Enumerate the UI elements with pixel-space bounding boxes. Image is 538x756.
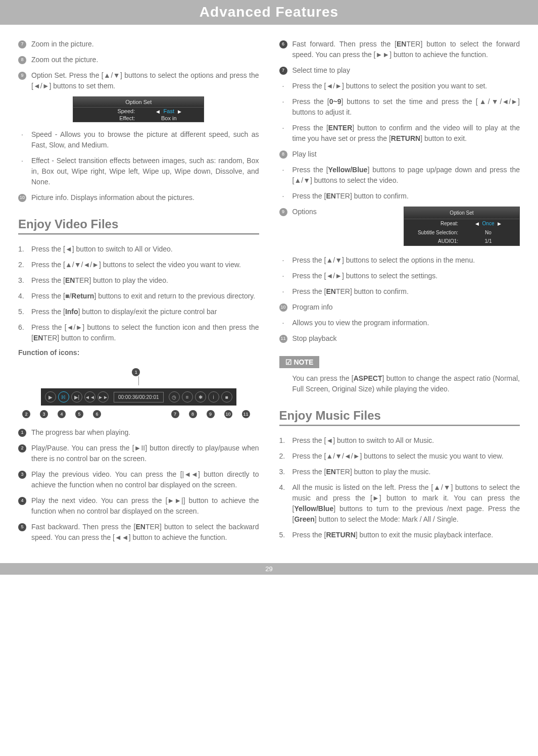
option-row[interactable]: Speed: ◀ Fast ▶	[73, 108, 204, 115]
dot-icon: ·	[279, 81, 287, 91]
chevron-left-icon[interactable]: ◀	[473, 221, 481, 226]
option-set-picture: Option Set Speed: ◀ Fast ▶ Effect: Box i…	[73, 96, 204, 122]
option-row[interactable]: AUDIO1: 1/1	[404, 237, 519, 245]
badge-cb-1: 1	[132, 368, 140, 376]
section-rule	[18, 233, 259, 235]
number-badge: 5	[18, 523, 26, 531]
option-value: 1/1	[465, 237, 511, 245]
item-text: Press the [0~9] buttons to set the time …	[292, 96, 520, 118]
content-columns: 7 Zoom in the picture. 8 Zoom out the pi…	[0, 39, 538, 563]
section-heading-music: Enjoy Music Files	[279, 409, 520, 423]
item-text: Press the [ENTER] button to confirm.	[292, 191, 520, 201]
item-text: Press the [Info] button to display/exit …	[31, 307, 259, 317]
list-item: 2. Press the [▲/▼/◄/►] buttons to select…	[279, 451, 520, 462]
ffwd-icon[interactable]: ►►	[97, 391, 109, 402]
play-icon[interactable]: ▶	[45, 391, 56, 402]
item-text: Zoom in the picture.	[31, 39, 259, 49]
stop-icon[interactable]: ■	[221, 391, 232, 402]
dot-icon: ·	[18, 129, 26, 140]
header-underline	[0, 23, 538, 25]
item-text: You can press the [ASPECT] button to cha…	[292, 373, 520, 394]
list-number: 5.	[18, 307, 28, 317]
dot-icon: ·	[279, 255, 287, 266]
next-icon[interactable]: ▶|	[71, 391, 82, 402]
number-badge: 5	[75, 410, 83, 418]
gear-icon[interactable]: ✱	[195, 391, 206, 402]
icon-item: 4 Play the next video. You can press the…	[18, 495, 259, 517]
list-number: 1.	[279, 435, 289, 446]
dot-icon: ·	[279, 191, 287, 201]
note-label: NOTE	[279, 356, 320, 368]
chevron-right-icon[interactable]: ▶	[496, 221, 503, 226]
badge-11: 11	[279, 335, 287, 343]
dot-icon: ·	[279, 165, 287, 175]
number-badge: 7	[171, 410, 179, 418]
icon-item: 6 Fast forward. Then press the [ENTER] b…	[279, 39, 520, 60]
list-item: 5. Press the [Info] button to display/ex…	[18, 307, 259, 317]
option-row[interactable]: Effect: Box in	[73, 115, 204, 122]
page-header: Advanced Features	[0, 0, 538, 23]
item-text: Press the [◄/►] buttons to select the fu…	[31, 322, 259, 343]
function-of-icons-label: Function of icons:	[18, 348, 259, 357]
icon-item-8: 8 Play list	[279, 149, 520, 160]
option-set-video: Option Set Repeat: ◀ Once ▶ Subtitle Sel…	[404, 207, 520, 246]
item-text: Play the next video. You can press the […	[31, 495, 259, 517]
dot-icon: ·	[279, 318, 287, 328]
number-badge: 3	[18, 471, 26, 479]
item-text: Press the [◄/►] buttons to select the po…	[292, 81, 520, 91]
item-text: All the music is listed on the left. Pre…	[292, 482, 520, 525]
option-row[interactable]: Repeat: ◀ Once ▶	[404, 219, 519, 228]
icon-item: 3 Play the previous video. You can press…	[18, 469, 259, 490]
list-item: 3. Press the [ENTER] button to play the …	[18, 275, 259, 286]
item-text: Picture info. Displays information about…	[31, 192, 259, 203]
option-set-title: Option Set	[404, 207, 519, 219]
list-number: 6.	[18, 322, 28, 333]
number-badge: 2	[22, 410, 30, 418]
rewind-icon[interactable]: ◄◄	[84, 391, 95, 402]
list-number: 4.	[18, 291, 28, 301]
item-text: Program info	[292, 302, 520, 313]
icon-item: 8 Zoom out the picture.	[18, 55, 259, 65]
section-heading-video: Enjoy Video Files	[18, 217, 259, 231]
number-badge: 1	[18, 429, 26, 437]
item-text: Press the [RETURN] button to exit the mu…	[292, 530, 520, 540]
option-label: Subtitle Selection:	[412, 229, 465, 236]
item-text: Speed - Allows you to browse the picture…	[31, 129, 259, 150]
list-number: 2.	[18, 260, 28, 270]
number-badge: 10	[224, 410, 232, 418]
bullet-item: · Press the [▲/▼] buttons to select the …	[279, 255, 520, 266]
chevron-left-icon[interactable]: ◀	[154, 109, 162, 114]
option-row[interactable]: Subtitle Selection: No	[404, 228, 519, 237]
item-text: Press the [▲/▼/◄/►] buttons to select th…	[292, 451, 520, 462]
item-text: Allows you to view the program informati…	[292, 318, 520, 328]
number-badge: 8	[18, 56, 26, 64]
dot-icon: ·	[279, 96, 287, 107]
section-rule	[279, 425, 520, 426]
info-icon[interactable]: i	[208, 391, 219, 402]
item-text: Zoom out the picture.	[31, 55, 259, 65]
bullet-item: · Allows you to view the program informa…	[279, 318, 520, 328]
right-column: 6 Fast forward. Then press the [ENTER] b…	[279, 39, 520, 548]
prev-icon[interactable]: ℍ	[58, 391, 69, 402]
icon-item: 9 Option Set. Press the [▲/▼] buttons to…	[18, 70, 259, 91]
option-value: ◀ Fast ▶	[142, 108, 195, 114]
item-text: Press the [ENTER] button to confirm.	[292, 286, 520, 297]
item-text: Press the [◄] button to switch to All or…	[31, 244, 259, 255]
time-display: 00:00:36/00:20:01	[114, 392, 164, 402]
option-label: Effect:	[81, 115, 142, 121]
list-item: 1. Press the [◄] button to switch to All…	[279, 435, 520, 446]
bullet-item: · Effect - Select transition effects bet…	[18, 156, 259, 187]
list-number: 5.	[279, 530, 289, 540]
list-icon[interactable]: ≡	[182, 391, 193, 402]
number-badge: 7	[18, 40, 26, 48]
icon-item: 2 Play/Pause. You can press the [►II] bu…	[18, 443, 259, 464]
chevron-right-icon[interactable]: ▶	[176, 109, 183, 114]
bullet-item: · Press the [0~9] buttons to set the tim…	[279, 96, 520, 118]
icon-item: 5 Fast backward. Then press the [ENTER] …	[18, 522, 259, 543]
clock-icon[interactable]: ◷	[169, 391, 180, 402]
list-item: 6. Press the [◄/►] buttons to select the…	[18, 322, 259, 343]
list-item: 4. All the music is listed on the left. …	[279, 482, 520, 525]
dot-icon: ·	[279, 123, 287, 133]
list-item: 1. Press the [◄] button to switch to All…	[18, 244, 259, 255]
dot-icon: ·	[279, 271, 287, 281]
